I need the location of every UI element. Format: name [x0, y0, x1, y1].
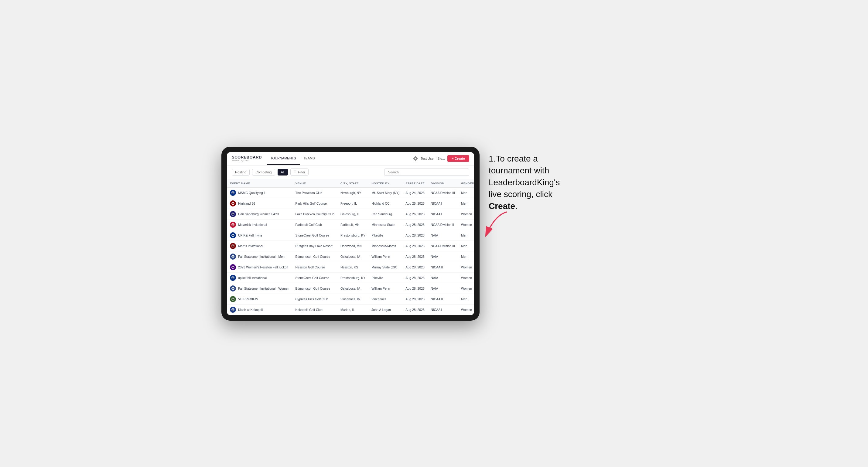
cell-start-date: Aug 26, 2023 [402, 209, 428, 219]
team-logo-icon [231, 255, 235, 258]
event-name-text: Carl Sandburg Women FA23 [238, 212, 279, 216]
cell-venue: Ruttger's Bay Lake Resort [292, 241, 337, 251]
filter-icon: ☰ [294, 170, 297, 174]
cell-start-date: Aug 25, 2023 [402, 198, 428, 209]
filter-label: Filter [298, 170, 305, 174]
cell-hosted-by: William Penn [368, 251, 402, 262]
cell-gender: Men [458, 198, 474, 209]
team-logo-icon [231, 234, 235, 237]
cell-venue: Park Hills Golf Course [292, 198, 337, 209]
event-name-text: VU PREVIEW [238, 297, 258, 301]
cell-event-name: 2023 Women's Hesston Fall Kickoff [227, 262, 292, 272]
event-name-text: Maverick Invitational [238, 223, 267, 226]
cell-event-name: Morris Invitational [227, 241, 292, 251]
cell-division: NCAA Division II [428, 219, 458, 230]
cell-hosted-by: Minnesota State [368, 219, 402, 230]
table-row: Carl Sandburg Women FA23 Lake Bracken Co… [227, 209, 474, 219]
cell-start-date: Aug 28, 2023 [402, 230, 428, 241]
cell-gender: Men [458, 241, 474, 251]
search-container [384, 168, 469, 176]
tablet-device: SCOREBOARD Powered by clippr TOURNAMENTS… [221, 147, 479, 321]
cell-city-state: Prestonsburg, KY [337, 272, 368, 283]
all-filter[interactable]: All [278, 169, 288, 176]
cell-hosted-by: Pikeville [368, 230, 402, 241]
cell-hosted-by: Pikeville [368, 272, 402, 283]
col-start-date: START DATE [402, 179, 428, 188]
team-icon [230, 275, 236, 281]
brand-name: SCOREBOARD [232, 155, 262, 159]
cell-city-state: Newburgh, NY [337, 187, 368, 198]
table-row: UPIKE Fall Invite StoneCrest Golf Course… [227, 230, 474, 241]
nav-tournaments[interactable]: TOURNAMENTS [267, 152, 300, 165]
cell-gender: Men [458, 230, 474, 241]
team-icon [230, 200, 236, 207]
cell-venue: Hesston Golf Course [292, 262, 337, 272]
cell-gender: Men [458, 293, 474, 304]
cell-start-date: Aug 28, 2023 [402, 283, 428, 293]
cell-start-date: Aug 28, 2023 [402, 219, 428, 230]
table-row: Fall Statesmen Invitational - Men Edmund… [227, 251, 474, 262]
navbar-right: Test User | Sig... + Create [413, 155, 469, 162]
event-name-text: UPIKE Fall Invite [238, 234, 262, 237]
table-row: Maverick Invitational Faribault Golf Clu… [227, 219, 474, 230]
team-logo-icon [231, 201, 235, 205]
cell-city-state: Faribault, MN [337, 219, 368, 230]
cell-gender: Women [458, 272, 474, 283]
cell-hosted-by: John A Logan [368, 304, 402, 315]
competing-filter[interactable]: Competing [252, 169, 275, 176]
cell-hosted-by: Highland CC [368, 198, 402, 209]
brand-subtitle: Powered by clippr [232, 159, 262, 162]
table-row: 2023 Women's Hesston Fall Kickoff Hessto… [227, 262, 474, 272]
settings-icon[interactable] [413, 156, 418, 161]
cell-hosted-by: Vincennes [368, 293, 402, 304]
cell-venue: Lake Bracken Country Club [292, 209, 337, 219]
cell-hosted-by: Mt. Saint Mary (NY) [368, 187, 402, 198]
create-button[interactable]: + Create [447, 155, 469, 162]
team-logo-icon [231, 297, 235, 301]
col-gender: GENDER [458, 179, 474, 188]
search-input[interactable] [384, 168, 469, 176]
cell-division: NICAA I [428, 304, 458, 315]
cell-event-name: Carl Sandburg Women FA23 [227, 209, 292, 219]
team-logo-icon [231, 223, 235, 226]
cell-hosted-by: Carl Sandburg [368, 209, 402, 219]
cell-division: NAIA [428, 251, 458, 262]
team-icon [230, 211, 236, 217]
cell-start-date: Aug 28, 2023 [402, 251, 428, 262]
team-icon [230, 190, 236, 196]
cell-venue: StoneCrest Golf Course [292, 230, 337, 241]
team-logo-icon [231, 276, 235, 280]
table-row: Morris Invitational Ruttger's Bay Lake R… [227, 241, 474, 251]
cell-venue: Kokopelli Golf Club [292, 304, 337, 315]
cell-event-name: VU PREVIEW [227, 293, 292, 304]
team-icon [230, 232, 236, 238]
filter-bar: Hosting Competing All ☰ Filter [227, 165, 474, 179]
cell-start-date: Aug 28, 2023 [402, 272, 428, 283]
filter-options-button[interactable]: ☰ Filter [290, 168, 309, 176]
team-logo-icon [231, 191, 235, 195]
cell-start-date: Aug 28, 2023 [402, 304, 428, 315]
cell-division: NCAA Division III [428, 187, 458, 198]
team-icon [230, 296, 236, 302]
cell-city-state: Prestonsburg, KY [337, 230, 368, 241]
cell-city-state: Hesston, KS [337, 262, 368, 272]
team-icon [230, 285, 236, 291]
event-name-text: Morris Invitational [238, 244, 263, 248]
col-division: DIVISION [428, 179, 458, 188]
cell-city-state: Oskaloosa, IA [337, 251, 368, 262]
navbar: SCOREBOARD Powered by clippr TOURNAMENTS… [227, 152, 474, 165]
event-name-text: Highland 36 [238, 201, 255, 205]
cell-event-name: upike fall invitational [227, 272, 292, 283]
cell-start-date: Aug 28, 2023 [402, 262, 428, 272]
team-logo-icon [231, 287, 235, 290]
cell-division: NICAA II [428, 262, 458, 272]
team-icon [230, 222, 236, 228]
hosting-filter[interactable]: Hosting [232, 169, 250, 176]
nav-teams[interactable]: TEAMS [300, 152, 318, 165]
cell-gender: Women [458, 209, 474, 219]
event-name-text: Klash at Kokopelli [238, 308, 263, 312]
cell-event-name: Fall Statesmen Invitational - Men [227, 251, 292, 262]
cell-division: NAIA [428, 283, 458, 293]
cell-event-name: Fall Statesmen Invitational - Women [227, 283, 292, 293]
col-hosted-by: HOSTED BY [368, 179, 402, 188]
